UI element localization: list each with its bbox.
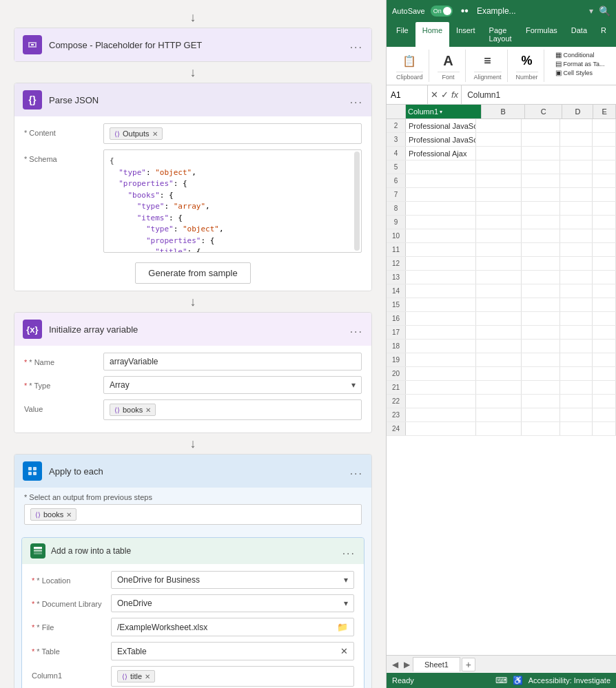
cell-b-6[interactable]	[476, 174, 521, 187]
table-row[interactable]: 20	[387, 367, 616, 381]
doc-lib-select[interactable]: OneDrive ▾	[111, 594, 354, 612]
cell-a-3[interactable]: Professional JavaScript	[406, 133, 476, 146]
cell-b-7[interactable]	[476, 188, 521, 201]
name-input[interactable]	[103, 353, 362, 371]
table-row[interactable]: 16	[387, 312, 616, 326]
cell-e-23[interactable]	[593, 408, 616, 421]
tab-home[interactable]: Home	[415, 22, 449, 47]
cell-e-6[interactable]	[593, 174, 616, 187]
table-row[interactable]: 11	[387, 243, 616, 257]
confirm-formula-button[interactable]: ✓	[441, 90, 449, 100]
cell-b-2[interactable]	[476, 119, 521, 132]
cell-c-19[interactable]	[522, 353, 560, 366]
cell-d-14[interactable]	[560, 284, 593, 298]
value-input[interactable]: ⟨⟩ books ✕	[103, 399, 362, 420]
cell-e-10[interactable]	[593, 229, 616, 242]
cell-d-7[interactable]	[560, 188, 593, 201]
table-row[interactable]: 6	[387, 174, 616, 188]
cell-d-4[interactable]	[560, 147, 593, 160]
cell-d-13[interactable]	[560, 271, 593, 284]
cell-b-21[interactable]	[476, 381, 521, 394]
cell-b-11[interactable]	[476, 243, 521, 256]
cell-b-17[interactable]	[476, 326, 521, 339]
cell-d-12[interactable]	[560, 257, 593, 270]
cell-e-14[interactable]	[593, 284, 616, 298]
cell-d-10[interactable]	[560, 229, 593, 242]
table-row[interactable]: 15	[387, 298, 616, 312]
cell-a-5[interactable]	[406, 160, 476, 174]
tab-file[interactable]: File	[389, 22, 415, 47]
cell-b-24[interactable]	[476, 422, 521, 435]
cell-a-14[interactable]	[406, 284, 476, 298]
cell-a-18[interactable]	[406, 340, 476, 353]
apply-books-tag-close[interactable]: ✕	[66, 511, 72, 519]
cell-a-21[interactable]	[406, 381, 476, 394]
type-select[interactable]: Array ▾	[103, 376, 362, 394]
table-row[interactable]: 23	[387, 408, 616, 422]
apply-select-input[interactable]: ⟨⟩ books ✕	[24, 504, 362, 525]
cell-d-3[interactable]	[560, 133, 593, 146]
col-header-e[interactable]: E	[593, 105, 616, 118]
alignment-button[interactable]: ≡	[477, 51, 499, 70]
col-header-c[interactable]: C	[525, 105, 562, 118]
cell-b-8[interactable]	[476, 202, 521, 215]
cell-a-17[interactable]	[406, 326, 476, 339]
cell-b-15[interactable]	[476, 298, 521, 311]
cell-d-8[interactable]	[560, 202, 593, 215]
cell-d-17[interactable]	[560, 326, 593, 339]
init-var-menu[interactable]: ...	[350, 323, 363, 335]
cell-a-10[interactable]	[406, 229, 476, 242]
file-folder-icon[interactable]: 📁	[337, 622, 348, 632]
table-row[interactable]: 2 Professional JavaScript	[387, 119, 616, 133]
cell-d-18[interactable]	[560, 340, 593, 353]
col-header-d[interactable]: D	[562, 105, 593, 118]
format-as-table-button[interactable]: ▤ Format as Ta...	[555, 60, 605, 67]
cell-c-18[interactable]	[522, 340, 560, 353]
autosave-toggle[interactable]: On	[431, 6, 453, 17]
cell-a-8[interactable]	[406, 202, 476, 215]
file-input[interactable]: /ExampleWorksheet.xlsx 📁	[111, 618, 354, 636]
location-select[interactable]: OneDrive for Business ▾	[111, 571, 354, 589]
cell-c-7[interactable]	[522, 188, 560, 201]
cell-b-3[interactable]	[476, 133, 521, 146]
cell-a-2[interactable]: Professional JavaScript	[406, 119, 476, 132]
col-header-a[interactable]: Column1 ▾	[406, 105, 482, 118]
cell-b-14[interactable]	[476, 284, 521, 298]
cell-d-9[interactable]	[560, 216, 593, 229]
cell-a-16[interactable]	[406, 312, 476, 325]
search-icon[interactable]: 🔍	[599, 6, 610, 17]
cell-a-15[interactable]	[406, 298, 476, 311]
table-row[interactable]: 8	[387, 202, 616, 216]
table-row[interactable]: 4 Professional Ajax	[387, 147, 616, 160]
cell-c-16[interactable]	[522, 312, 560, 325]
init-var-header[interactable]: {x} Initialize array variable ...	[14, 313, 371, 346]
title-tag-close[interactable]: ✕	[145, 673, 150, 680]
cell-d-21[interactable]	[560, 381, 593, 394]
font-button[interactable]: A	[438, 51, 460, 70]
parse-json-menu[interactable]: ...	[350, 94, 363, 106]
cell-a-20[interactable]	[406, 367, 476, 380]
cell-b-12[interactable]	[476, 257, 521, 270]
cell-c-12[interactable]	[522, 257, 560, 270]
cell-c-13[interactable]	[522, 271, 560, 284]
cell-d-24[interactable]	[560, 422, 593, 435]
cell-d-15[interactable]	[560, 298, 593, 311]
table-row[interactable]: 21	[387, 381, 616, 395]
cell-a-13[interactable]	[406, 271, 476, 284]
cell-a-24[interactable]	[406, 422, 476, 435]
cell-c-8[interactable]	[522, 202, 560, 215]
cell-d-5[interactable]	[560, 160, 593, 174]
table-row[interactable]: 19	[387, 353, 616, 367]
tab-page-layout[interactable]: Page Layout	[482, 22, 519, 47]
cell-e-2[interactable]	[593, 119, 616, 132]
filename-dropdown-icon[interactable]: ▾	[589, 6, 593, 16]
cell-c-15[interactable]	[522, 298, 560, 311]
cell-b-4[interactable]	[476, 147, 521, 160]
cell-e-9[interactable]	[593, 216, 616, 229]
name-box[interactable]: A1	[387, 85, 428, 104]
apply-each-menu[interactable]: ...	[350, 465, 363, 477]
title-more-btn[interactable]: ••	[458, 5, 471, 17]
cell-a-22[interactable]	[406, 395, 476, 408]
cell-a-6[interactable]	[406, 174, 476, 187]
cell-d-16[interactable]	[560, 312, 593, 325]
